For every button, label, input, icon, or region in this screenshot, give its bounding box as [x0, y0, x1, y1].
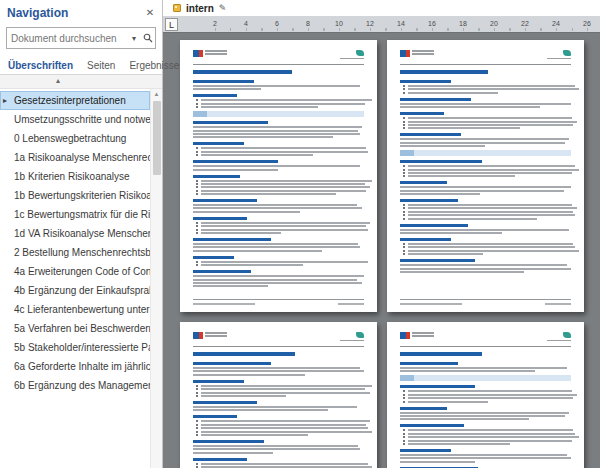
nav-heading-item[interactable]: 5a Verfahren bei Beschwerden	[0, 319, 150, 338]
ruler-number: 24	[552, 20, 560, 27]
text-line-skeleton	[408, 429, 574, 431]
document-page[interactable]	[387, 322, 584, 468]
section-heading-skeleton	[400, 385, 475, 388]
navigation-pane-header: Navigation ✕	[0, 0, 162, 25]
expand-triangle-icon[interactable]: ▸	[3, 91, 7, 110]
ruler-number: 14	[397, 20, 405, 27]
document-search-box[interactable]: ▾	[6, 27, 156, 49]
tab-überschriften[interactable]: Überschriften	[7, 58, 74, 74]
text-line-skeleton	[201, 463, 369, 465]
close-icon[interactable]: ✕	[142, 5, 158, 21]
text-line-skeleton	[201, 420, 370, 422]
section-heading-skeleton	[193, 142, 244, 145]
navigation-tabs: ÜberschriftenSeitenErgebnisse	[0, 55, 162, 75]
page-header-rule	[400, 346, 571, 347]
nav-heading-label: 1a Risikoanalyse Menschenrechte	[14, 152, 150, 163]
text-line-skeleton	[193, 250, 323, 252]
nav-heading-item[interactable]: 1d VA Risikoanalyse Menschenrechte (Erlä…	[0, 224, 150, 243]
search-icon[interactable]	[141, 33, 155, 43]
text-line-skeleton	[408, 204, 572, 206]
text-line-skeleton	[408, 253, 483, 255]
text-line-skeleton	[408, 397, 574, 399]
navigation-scrollbar[interactable]: ▲	[150, 89, 162, 468]
nav-heading-label: 1c Bewertungsmatrix für die Risikoanalys…	[14, 209, 150, 220]
nav-heading-item[interactable]: 4b Ergänzung der Einkaufspraktiken	[0, 281, 150, 300]
tab-ergebnisse[interactable]: Ergebnisse	[128, 58, 180, 74]
search-options-chevron-icon[interactable]: ▾	[127, 34, 141, 43]
section-heading-skeleton	[193, 458, 248, 461]
text-line-skeleton	[193, 88, 261, 90]
document-page[interactable]	[387, 40, 584, 312]
nav-heading-item[interactable]: 0 Lebenswegbetrachtung	[0, 129, 150, 148]
nav-heading-item[interactable]: 1b Bewertungskriterien Risikoanalyse Men…	[0, 186, 150, 205]
text-line-skeleton	[201, 395, 287, 397]
sensitivity-label: intern	[186, 3, 214, 14]
nav-heading-item[interactable]: 5b Stakeholder/interessierte Parteien im…	[0, 338, 150, 357]
scroll-up-icon[interactable]: ▲	[151, 89, 162, 97]
text-line-skeleton	[400, 415, 566, 417]
text-line-skeleton	[408, 211, 574, 213]
nav-heading-label: 1b Bewertungskriterien Risikoanalyse Men…	[14, 190, 150, 201]
nav-heading-item[interactable]: 1b Kriterien Risikoanalyse	[0, 167, 150, 186]
tab-seiten[interactable]: Seiten	[86, 58, 116, 74]
section-heading-skeleton	[193, 121, 268, 124]
text-line-skeleton	[408, 214, 576, 216]
text-line-skeleton	[408, 172, 572, 174]
text-line-skeleton	[201, 222, 370, 224]
company-logo	[193, 50, 227, 57]
nav-heading-item[interactable]: 1c Bewertungsmatrix für die Risikoanalys…	[0, 205, 150, 224]
nav-heading-item[interactable]: 4a Erweiterungen Code of Conduct	[0, 262, 150, 281]
text-line-skeleton	[193, 211, 301, 213]
scrollbar-thumb[interactable]	[153, 101, 161, 175]
text-line-skeleton	[408, 250, 579, 252]
text-line-skeleton	[408, 390, 572, 392]
nav-heading-item[interactable]: 6a Geforderte Inhalte im jährlichen Mens…	[0, 357, 150, 376]
collapse-arrow-icon[interactable]: ▴	[56, 76, 60, 85]
partner-logo	[340, 50, 364, 59]
tab-selector[interactable]: L	[165, 18, 178, 31]
nav-heading-item[interactable]: 1a Risikoanalyse Menschenrechte	[0, 148, 150, 167]
text-line-skeleton	[400, 232, 503, 234]
ruler-number: 22	[521, 20, 529, 27]
text-line-skeleton	[193, 136, 333, 138]
horizontal-ruler[interactable]: L 2468101214161820222426	[163, 16, 600, 33]
ruler-number: 8	[306, 20, 310, 27]
ruler-number: 2	[213, 20, 217, 27]
text-line-skeleton	[400, 367, 568, 369]
text-line-skeleton	[201, 151, 369, 153]
document-page[interactable]	[180, 322, 377, 468]
edit-sensitivity-pencil-icon[interactable]: ✎	[219, 3, 227, 13]
section-heading-skeleton	[193, 80, 255, 83]
company-logo-text-skeleton	[412, 332, 434, 338]
section-heading-skeleton	[193, 440, 265, 443]
text-line-skeleton	[408, 117, 572, 119]
ruler-number: 6	[275, 20, 279, 27]
text-line-skeleton	[193, 452, 273, 454]
text-line-skeleton	[193, 406, 357, 408]
section-heading-skeleton	[193, 238, 272, 241]
partner-logo-mark-icon	[356, 332, 364, 338]
nav-heading-item[interactable]: 6b Ergänzung des Management Review u...	[0, 376, 150, 395]
search-input[interactable]	[7, 33, 127, 44]
nav-heading-item[interactable]: 4c Lieferantenbewertung unter Einbezug v…	[0, 300, 150, 319]
page-title-skeleton	[400, 352, 482, 356]
partner-logo-mark-icon	[563, 50, 571, 56]
text-line-skeleton	[400, 186, 571, 188]
text-line-skeleton	[201, 392, 370, 394]
text-line-skeleton	[201, 229, 369, 231]
nav-heading-item[interactable]: ▸Gesetzesinterpretationen	[0, 91, 150, 110]
nav-heading-item[interactable]: Umsetzungsschritte und notwendige Doku..…	[0, 110, 150, 129]
section-heading-skeleton	[193, 362, 272, 365]
text-line-skeleton	[201, 388, 365, 390]
document-page[interactable]	[180, 40, 377, 312]
text-line-skeleton	[201, 264, 304, 266]
text-line-skeleton	[193, 370, 364, 372]
ruler-number: 18	[459, 20, 467, 27]
nav-heading-item[interactable]: 2 Bestellung Menschenrechtsbeauftragter	[0, 243, 150, 262]
page-header	[400, 50, 571, 62]
text-line-skeleton	[408, 88, 579, 90]
section-heading-skeleton	[400, 80, 451, 83]
company-logo-mark-icon	[193, 332, 203, 339]
text-line-skeleton	[400, 138, 569, 140]
section-heading-skeleton	[193, 94, 237, 97]
